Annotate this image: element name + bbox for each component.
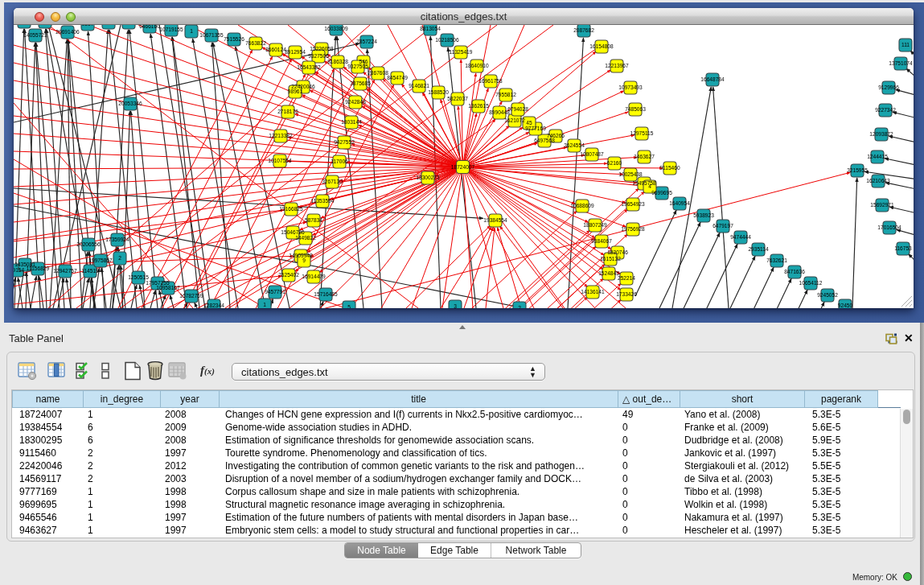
- svg-text:252214: 252214: [618, 275, 635, 281]
- svg-text:9777169: 9777169: [525, 126, 546, 131]
- svg-text:7663822: 7663822: [245, 40, 266, 46]
- svg-text:3267130: 3267130: [322, 179, 343, 184]
- svg-text:20206556: 20206556: [76, 241, 101, 247]
- svg-text:16210643: 16210643: [866, 178, 890, 183]
- svg-text:111: 111: [901, 42, 910, 47]
- svg-text:5938923: 5938923: [693, 212, 714, 218]
- svg-text:7857224: 7857224: [356, 39, 377, 44]
- svg-text:62160: 62160: [607, 160, 622, 166]
- svg-text:45: 45: [526, 120, 532, 126]
- svg-text:1463627: 1463627: [634, 154, 655, 159]
- svg-text:17359924: 17359924: [105, 237, 129, 242]
- svg-text:16543382: 16543382: [297, 64, 321, 70]
- svg-text:6497568: 6497568: [534, 138, 555, 143]
- svg-text:3215955: 3215955: [847, 167, 868, 173]
- svg-text:12093872: 12093872: [869, 131, 893, 137]
- svg-text:1: 1: [190, 28, 193, 34]
- svg-text:7485063: 7485063: [625, 106, 646, 112]
- svg-text:1282344: 1282344: [203, 303, 224, 308]
- svg-text:9327505: 9327505: [308, 53, 329, 59]
- svg-text:3875685: 3875685: [350, 80, 371, 86]
- svg-text:12213967: 12213967: [605, 63, 629, 68]
- svg-text:16914479: 16914479: [302, 274, 326, 279]
- svg-text:15692971: 15692971: [870, 202, 894, 208]
- svg-text:92450: 92450: [838, 303, 853, 308]
- svg-text:6794028: 6794028: [507, 106, 528, 112]
- svg-text:9129966: 9129966: [878, 84, 899, 90]
- svg-text:39154: 39154: [14, 267, 24, 273]
- svg-text:11353594: 11353594: [311, 198, 335, 204]
- svg-text:20053346: 20053346: [118, 101, 142, 106]
- svg-text:10654112: 10654112: [799, 280, 823, 286]
- svg-text:5: 5: [347, 304, 351, 308]
- svg-text:10218506: 10218506: [435, 37, 459, 43]
- svg-text:9427552: 9427552: [334, 139, 355, 145]
- svg-text:8912954: 8912954: [285, 49, 306, 55]
- svg-text:12942757: 12942757: [53, 268, 77, 274]
- svg-text:15716485: 15716485: [314, 291, 338, 297]
- svg-text:19975867: 19975867: [88, 257, 113, 263]
- svg-text:2: 2: [518, 305, 521, 308]
- svg-text:1640954: 1640954: [669, 200, 690, 206]
- svg-text:15226058: 15226058: [310, 46, 334, 51]
- svg-text:12975115: 12975115: [630, 130, 654, 136]
- svg-text:587834: 587834: [305, 217, 322, 223]
- svg-text:1615132: 1615132: [600, 256, 621, 262]
- svg-text:114519: 114519: [81, 268, 99, 274]
- svg-text:1244415: 1244415: [867, 154, 888, 159]
- svg-text:19384554: 19384554: [483, 217, 507, 223]
- svg-text:15046786: 15046786: [281, 229, 305, 235]
- svg-text:5822037: 5822037: [447, 96, 468, 101]
- svg-text:9384067: 9384067: [591, 238, 612, 244]
- svg-text:19166825: 19166825: [279, 206, 303, 212]
- svg-text:1: 1: [263, 302, 266, 307]
- svg-text:10958167: 10958167: [156, 285, 180, 290]
- svg-text:18640910: 18640910: [465, 63, 489, 68]
- svg-text:1362615: 1362615: [468, 103, 489, 109]
- svg-text:9457791: 9457791: [265, 289, 285, 295]
- svg-text:10025438: 10025438: [618, 171, 643, 177]
- svg-text:9474444: 9474444: [730, 234, 751, 240]
- svg-text:1733426: 1733426: [616, 291, 637, 297]
- svg-text:1449822: 1449822: [295, 235, 316, 241]
- svg-text:1820746: 1820746: [607, 249, 628, 255]
- svg-text:98961: 98961: [288, 89, 303, 94]
- svg-text:14136141: 14136141: [581, 289, 605, 295]
- svg-text:17016504: 17016504: [877, 225, 901, 230]
- svg-text:9699695: 9699695: [651, 190, 672, 196]
- svg-text:117006: 117006: [331, 159, 348, 164]
- svg-text:10688609: 10688609: [570, 203, 594, 208]
- svg-text:10807487: 10807487: [580, 151, 604, 157]
- svg-text:16961758: 16961758: [478, 78, 503, 84]
- svg-text:1524845: 1524845: [598, 270, 619, 276]
- svg-text:16648784: 16648784: [700, 76, 725, 82]
- svg-text:1803144: 1803144: [341, 119, 362, 125]
- svg-text:16782759: 16782759: [179, 293, 203, 299]
- svg-text:116753: 116753: [894, 245, 912, 251]
- svg-text:2: 2: [118, 255, 121, 261]
- svg-text:6466160: 6466160: [139, 25, 160, 29]
- svg-text:7625402: 7625402: [278, 272, 299, 278]
- svg-text:2087682: 2087682: [573, 27, 594, 33]
- svg-text:19654923: 19654923: [621, 201, 645, 207]
- svg-text:8186328: 8186328: [327, 59, 348, 64]
- svg-text:7955812: 7955812: [495, 92, 516, 97]
- svg-text:19756928: 19756928: [621, 226, 645, 232]
- svg-text:8813054: 8813054: [420, 26, 441, 31]
- svg-text:8454749: 8454749: [387, 75, 408, 80]
- svg-text:7515526: 7515526: [224, 36, 244, 42]
- svg-text:12213382: 12213382: [269, 133, 293, 138]
- svg-text:4: 4: [648, 183, 651, 189]
- svg-text:14909948: 14909948: [289, 253, 313, 258]
- svg-text:10107554: 10107554: [268, 158, 292, 163]
- svg-text:14055721: 14055721: [23, 32, 47, 38]
- svg-text:8990448: 8990448: [489, 109, 510, 115]
- svg-text:1588520: 1588520: [428, 89, 449, 95]
- svg-text:2935114: 2935114: [748, 246, 769, 252]
- svg-text:20691406: 20691406: [55, 29, 80, 35]
- svg-text:1621072: 1621072: [504, 117, 525, 123]
- svg-text:18807249: 18807249: [583, 222, 607, 228]
- svg-text:9146821: 9146821: [409, 83, 429, 89]
- svg-text:9242848: 9242848: [345, 99, 366, 105]
- svg-text:9327505: 9327505: [347, 64, 368, 69]
